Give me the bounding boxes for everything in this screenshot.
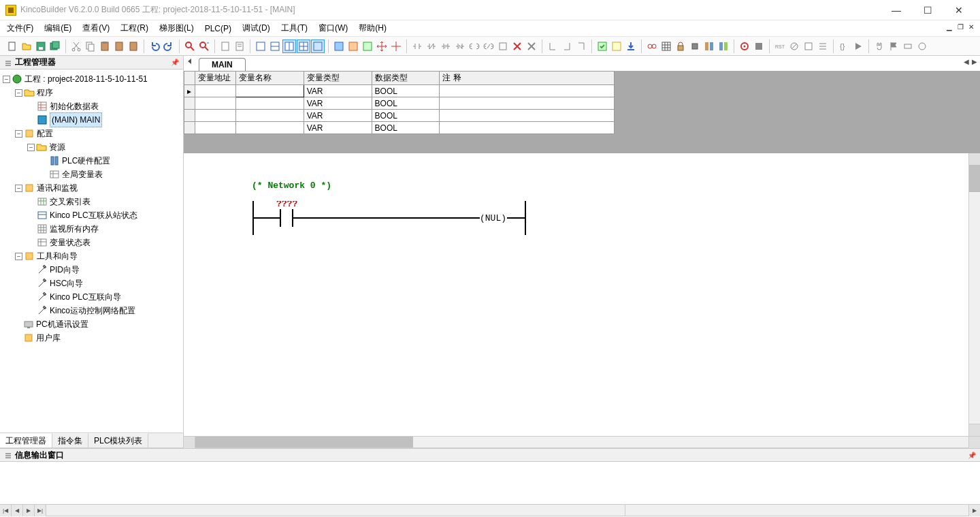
- move2-icon[interactable]: [389, 40, 403, 53]
- tree-root[interactable]: 工程 : project-2018-11-5-10-11-51: [24, 72, 148, 86]
- win3-icon[interactable]: [282, 40, 296, 53]
- doc-icon[interactable]: [218, 40, 232, 53]
- delete2-icon[interactable]: [525, 40, 538, 53]
- scroll-next-icon[interactable]: ▶: [23, 505, 35, 516]
- download-icon[interactable]: [624, 40, 638, 53]
- info-icon[interactable]: [802, 40, 815, 53]
- paste2-icon[interactable]: [112, 40, 126, 53]
- win2-icon[interactable]: [268, 40, 282, 53]
- mdi-close-button[interactable]: ✕: [966, 22, 976, 31]
- output-body[interactable]: [0, 462, 980, 504]
- save-icon[interactable]: [34, 40, 48, 53]
- branch1-icon[interactable]: [546, 40, 559, 53]
- func-icon[interactable]: [496, 40, 510, 53]
- win1-icon[interactable]: [254, 40, 267, 53]
- scroll-last-icon[interactable]: ▶|: [35, 505, 46, 516]
- tree-global-vars[interactable]: 全局变量表: [62, 168, 103, 181]
- grid1-icon[interactable]: [332, 40, 346, 53]
- pin-icon[interactable]: 📌: [171, 59, 179, 66]
- monitor-icon[interactable]: [645, 40, 659, 53]
- menu-help[interactable]: 帮助(H): [359, 22, 387, 34]
- ladder-editor[interactable]: (* Network 0 *) ???? (NUL): [184, 153, 980, 436]
- grid3-icon[interactable]: [361, 40, 374, 53]
- menu-edit[interactable]: 编辑(E): [44, 22, 71, 34]
- flag-icon[interactable]: [887, 40, 900, 53]
- last-icon[interactable]: [915, 40, 929, 53]
- contact3-icon[interactable]: P: [439, 40, 453, 53]
- scroll-prev-icon[interactable]: ◀: [12, 505, 23, 516]
- tree-var-status[interactable]: 变量状态表: [50, 236, 91, 249]
- menu-tools[interactable]: 工具(T): [281, 22, 308, 34]
- next-icon[interactable]: [901, 40, 915, 53]
- contact4-icon[interactable]: N: [453, 40, 467, 53]
- scroll-first-icon[interactable]: |◀: [0, 505, 12, 516]
- tree-init-table[interactable]: 初始化数据表: [50, 99, 99, 113]
- contact-open-icon[interactable]: [410, 40, 424, 53]
- bar2-icon[interactable]: [717, 40, 730, 53]
- output-scrollbar[interactable]: |◀ ◀ ▶ ▶| ▶: [0, 504, 980, 516]
- menu-view[interactable]: 查看(V): [82, 22, 110, 34]
- rst-icon[interactable]: RST: [773, 40, 787, 53]
- hand-icon[interactable]: [872, 40, 886, 53]
- win5-icon[interactable]: [311, 40, 325, 53]
- menu-window[interactable]: 窗口(W): [318, 22, 348, 34]
- tab-nav-left-icon[interactable]: ◀: [964, 58, 969, 65]
- tab-plc-modules[interactable]: PLC模块列表: [88, 433, 148, 448]
- tree-motion-wiz[interactable]: Kinco运动控制网络配置: [50, 304, 135, 317]
- branch2-icon[interactable]: [560, 40, 574, 53]
- table-row[interactable]: ▸VARBOOL: [184, 85, 615, 97]
- grid2-icon[interactable]: [346, 40, 360, 53]
- branch3-icon[interactable]: [574, 40, 588, 53]
- maximize-button[interactable]: ☐: [912, 0, 943, 20]
- coil2-icon[interactable]: [482, 40, 495, 53]
- tree-slave-status[interactable]: Kinco PLC互联从站状态: [50, 208, 137, 222]
- tree-tools-wiz[interactable]: 工具和向导: [37, 249, 78, 263]
- undo-icon[interactable]: [148, 40, 161, 53]
- tree-program[interactable]: 程序: [37, 86, 53, 99]
- nop-icon[interactable]: [787, 40, 801, 53]
- tree-hsc-wiz[interactable]: HSC向导: [50, 277, 83, 290]
- run-icon[interactable]: [851, 40, 865, 53]
- redo-icon[interactable]: [162, 40, 176, 53]
- table-icon[interactable]: [659, 40, 673, 53]
- bar1-icon[interactable]: [702, 40, 716, 53]
- tree-monitor-mem[interactable]: 监视所有内存: [50, 222, 99, 236]
- tree-kinco-link-wiz[interactable]: Kinco PLC互联向导: [50, 290, 121, 304]
- tab-nav-right-icon[interactable]: ▶: [972, 58, 977, 65]
- compile2-icon[interactable]: [610, 40, 623, 53]
- vertical-scrollbar[interactable]: [968, 153, 980, 436]
- tree-config[interactable]: 配置: [37, 127, 53, 140]
- contact-closed-icon[interactable]: [425, 40, 438, 53]
- menu-debug[interactable]: 调试(D): [242, 22, 270, 34]
- delete-icon[interactable]: [510, 40, 524, 53]
- brace-icon[interactable]: {}: [837, 40, 851, 53]
- list-icon[interactable]: [816, 40, 830, 53]
- tab-instruction-set[interactable]: 指令集: [52, 433, 88, 448]
- table-row[interactable]: VARBOOL: [184, 110, 615, 122]
- copy-icon[interactable]: [84, 40, 97, 53]
- stop-icon[interactable]: [752, 40, 766, 53]
- tree-pid-wiz[interactable]: PID向导: [50, 263, 80, 277]
- win4-icon[interactable]: [297, 40, 310, 53]
- cut-icon[interactable]: [69, 40, 83, 53]
- tree-comm[interactable]: 通讯和监视: [37, 181, 78, 195]
- minimize-button[interactable]: —: [881, 0, 912, 20]
- saveall-icon[interactable]: [48, 40, 62, 53]
- project-tree[interactable]: −工程 : project-2018-11-5-10-11-51 −程序 初始化…: [0, 69, 183, 433]
- coil1-icon[interactable]: [468, 40, 481, 53]
- new-icon[interactable]: [5, 40, 19, 53]
- table-row[interactable]: VARBOOL: [184, 97, 615, 110]
- table-row[interactable]: VARBOOL: [184, 122, 615, 134]
- bug-icon[interactable]: [738, 40, 751, 53]
- chip-icon[interactable]: [688, 40, 702, 53]
- tree-main[interactable]: (MAIN) MAIN: [50, 112, 102, 127]
- compile-icon[interactable]: [595, 40, 609, 53]
- tab-main[interactable]: MAIN: [199, 58, 246, 71]
- horizontal-scrollbar[interactable]: [184, 436, 980, 448]
- close-button[interactable]: ✕: [943, 0, 975, 20]
- replace-icon[interactable]: [197, 40, 211, 53]
- variable-table[interactable]: 变量地址 变量名称 变量类型 数据类型 注 释 ▸VARBOOL VARBOOL…: [184, 71, 615, 134]
- menu-file[interactable]: 文件(F): [7, 22, 33, 34]
- paste-icon[interactable]: [98, 40, 112, 53]
- mdi-restore-button[interactable]: ❐: [956, 22, 965, 31]
